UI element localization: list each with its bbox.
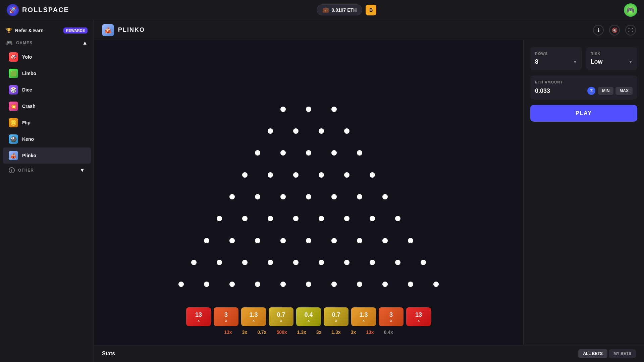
flip-icon: 🪙 <box>9 118 18 127</box>
pin-6-3 <box>280 238 286 243</box>
sidebar-item-limbo[interactable]: 🟩 Limbo <box>3 65 91 81</box>
stats-label: Stats <box>102 351 115 357</box>
pin-row-0 <box>184 107 433 112</box>
pin-4-5 <box>357 194 362 199</box>
chevron-up-icon: ▲ <box>82 40 88 46</box>
sidebar-item-yolo[interactable]: 🎯 Yolo <box>3 49 91 65</box>
history-item-7: 3x <box>351 329 356 335</box>
sidebar-item-flip[interactable]: 🪙 Flip <box>3 115 91 131</box>
pin-0-1 <box>306 107 311 112</box>
pin-1-1 <box>293 128 299 134</box>
multiplier-box-5[interactable]: 0.7x <box>324 307 348 326</box>
multiplier-box-0[interactable]: 13x <box>186 307 211 326</box>
pin-2-4 <box>357 150 362 156</box>
pin-7-1 <box>217 260 222 265</box>
info-button[interactable]: ℹ <box>593 25 604 36</box>
pin-8-7 <box>357 282 362 287</box>
gamepad-icon: 🎮 <box>6 40 13 46</box>
multiplier-box-4[interactable]: 0.4x <box>296 307 321 326</box>
pin-8-2 <box>229 282 235 287</box>
max-button[interactable]: MAX <box>615 87 633 95</box>
pin-8-6 <box>331 282 337 287</box>
topbar-center: 💼 0.0107 ETH B <box>317 4 377 15</box>
pin-5-3 <box>293 216 299 221</box>
mult-x-0: x <box>198 318 200 322</box>
bzz-button[interactable]: B <box>366 5 376 15</box>
bottom-area: Stats ALL BETS MY BETS <box>94 345 644 362</box>
other-row[interactable]: i OTHER ▼ <box>3 164 91 177</box>
multiplier-box-3[interactable]: 0.7x <box>269 307 293 326</box>
pin-4-0 <box>229 194 235 199</box>
pin-5-4 <box>319 216 324 221</box>
pin-row-6 <box>184 238 433 243</box>
pin-7-5 <box>319 260 324 265</box>
min-button[interactable]: MIN <box>598 87 613 95</box>
mult-x-4: x <box>308 318 310 322</box>
trophy-icon: 🏆 <box>6 28 12 33</box>
pin-8-9 <box>408 282 413 287</box>
pin-3-2 <box>293 172 299 178</box>
fullscreen-button[interactable]: ⛶ <box>625 25 636 36</box>
my-bets-tab[interactable]: MY BETS <box>609 349 636 358</box>
avatar[interactable]: 🎮 <box>624 3 637 17</box>
wallet-amount: 0.0107 ETH <box>332 7 357 13</box>
yolo-label: Yolo <box>22 54 32 60</box>
pin-3-5 <box>370 172 375 178</box>
pins-container <box>184 93 433 301</box>
risk-select[interactable]: Low ▼ <box>591 58 633 65</box>
mute-button[interactable]: 🔇 <box>609 25 620 36</box>
other-label: OTHER <box>18 168 34 173</box>
pin-8-10 <box>433 282 439 287</box>
pin-row-2 <box>184 150 433 156</box>
sidebar-item-keno[interactable]: 🎱 Keno <box>3 131 91 147</box>
wallet-badge[interactable]: 💼 0.0107 ETH <box>317 4 363 15</box>
mult-value-2: 1.3 <box>249 311 258 318</box>
pin-8-5 <box>306 282 311 287</box>
multiplier-box-7[interactable]: 3x <box>379 307 404 326</box>
games-list: 🎯 Yolo 🟩 Limbo 🎲 Dice 💥 Crash 🪙 Flip 🎱 K… <box>0 49 94 164</box>
refer-label: Refer & Earn <box>15 28 44 33</box>
game-title: PLINKO <box>118 26 145 34</box>
all-bets-tab[interactable]: ALL BETS <box>578 349 607 358</box>
sidebar-item-plinko[interactable]: 🎪 Plinko <box>3 147 91 164</box>
mult-x-5: x <box>335 318 337 322</box>
multiplier-box-8[interactable]: 13x <box>406 307 431 326</box>
rows-chevron-icon: ▼ <box>573 60 577 64</box>
crash-label: Crash <box>22 104 36 109</box>
mult-x-8: x <box>418 318 420 322</box>
multipliers-row: 13x3x1.3x0.7x0.4x0.7x1.3x3x13x <box>173 307 444 326</box>
multiplier-box-1[interactable]: 3x <box>214 307 238 326</box>
play-button[interactable]: PLAY <box>530 105 637 122</box>
plinko-label: Plinko <box>22 153 36 158</box>
rows-select[interactable]: 8 ▼ <box>535 58 577 65</box>
pin-5-0 <box>217 216 222 221</box>
chevron-down-icon: ▼ <box>79 167 85 173</box>
history-item-6: 1.3x <box>331 329 340 335</box>
crash-icon: 💥 <box>9 102 18 111</box>
mult-value-5: 0.7 <box>332 311 340 318</box>
pin-7-6 <box>344 260 350 265</box>
history-item-5: 3x <box>316 329 322 335</box>
pin-7-4 <box>293 260 299 265</box>
flip-label: Flip <box>22 120 31 125</box>
mult-value-1: 3 <box>224 311 228 318</box>
multiplier-box-6[interactable]: 1.3x <box>351 307 376 326</box>
pin-row-8 <box>184 282 433 287</box>
pin-3-1 <box>268 172 273 178</box>
pin-8-0 <box>178 282 184 287</box>
info-icon: i <box>9 167 15 173</box>
sidebar: 🏆 Refer & Earn REWARDS 🎮 GAMES ▲ 🎯 Yolo … <box>0 20 94 362</box>
mult-value-6: 1.3 <box>359 311 368 318</box>
sidebar-item-crash[interactable]: 💥 Crash <box>3 98 91 114</box>
eth-input-row: 0.033 <box>535 87 550 95</box>
pin-8-1 <box>204 282 209 287</box>
logo-text: ROLLSPACE <box>22 6 69 14</box>
history-item-9: 0.4x <box>384 329 393 335</box>
refer-earn-row[interactable]: 🏆 Refer & Earn REWARDS <box>0 24 94 37</box>
multiplier-box-2[interactable]: 1.3x <box>241 307 266 326</box>
plinko-game-icon: 🎪 <box>102 24 114 36</box>
game-area: 🎪 PLINKO ℹ 🔇 ⛶ 13x3x1.3x0.7x0.4x0.7x <box>94 20 644 362</box>
games-header[interactable]: 🎮 GAMES ▲ <box>0 37 94 49</box>
sidebar-item-dice[interactable]: 🎲 Dice <box>3 82 91 98</box>
pin-2-1 <box>280 150 286 156</box>
